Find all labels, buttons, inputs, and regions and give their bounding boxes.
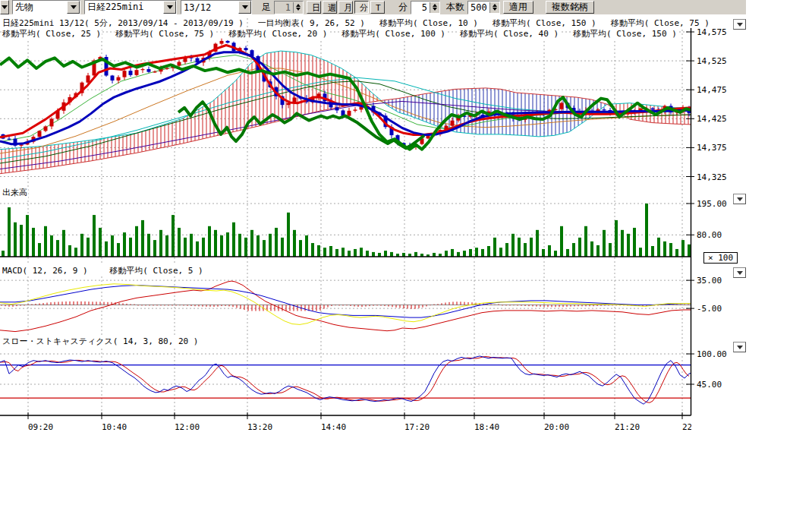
svg-text:20:00: 20:00: [544, 422, 569, 432]
bar-count-value: 500: [468, 2, 489, 13]
chevron-down-icon: [67, 1, 80, 14]
legend-item: 日経225mini 13/12( 5分, 2013/09/14 - 2013/0…: [2, 18, 244, 28]
legend-item: 移動平均( Close, 20 ): [228, 29, 328, 39]
macd-title-text: MACD( 12, 26, 9 ): [2, 266, 88, 276]
apply-button[interactable]: 適用: [503, 1, 533, 14]
stepper-arrows-icon[interactable]: [293, 2, 303, 13]
svg-text:35.00: 35.00: [697, 276, 722, 286]
svg-text:14,325: 14,325: [697, 172, 727, 182]
symbol-select[interactable]: 日経225mini: [84, 0, 177, 14]
partial-combo-button[interactable]: [0, 0, 9, 14]
chevron-down-icon: [737, 346, 743, 349]
x-axis-labels: 09:2010:4012:0013:2014:4017:2018:4020:00…: [28, 422, 707, 432]
minute-stepper[interactable]: 5: [411, 1, 440, 14]
period-tick-button[interactable]: T: [370, 1, 385, 14]
period-minute-button[interactable]: 分: [354, 1, 369, 14]
legend-item: 一目均衡表( 9, 26, 52 ): [257, 18, 366, 28]
indicator-legend-row1: 日経225mini 13/12( 5分, 2013/09/14 - 2013/0…: [2, 17, 723, 29]
trading-app-window: 14,57514,52514,47514,42514,37514,325195.…: [0, 0, 812, 524]
bar-type-label: 足: [262, 1, 271, 14]
svg-text:14,475: 14,475: [697, 85, 727, 95]
stepper-arrows-icon[interactable]: [430, 2, 439, 13]
chevron-down-icon: [737, 197, 743, 201]
svg-text:-5.00: -5.00: [697, 304, 722, 314]
volume-panel-dropdown-button[interactable]: [733, 194, 746, 204]
svg-text:100.00: 100.00: [697, 349, 727, 359]
contract-month-value: 13/12: [181, 2, 238, 13]
legend-item: 移動平均( Close, 150 ): [492, 18, 597, 28]
toolbar: 先物 日経225mini 13/12 足 1 日 週 月 分 T 分 5 本数 …: [0, 0, 746, 14]
chevron-down-icon: [737, 271, 743, 275]
bar-count-label: 本数: [446, 1, 464, 14]
chevron-down-icon: [2, 5, 8, 9]
svg-text:18:40: 18:40: [474, 422, 499, 432]
bar-interval-value: 1: [275, 2, 293, 13]
svg-text:45.00: 45.00: [697, 380, 722, 390]
macd-panel-dropdown-button[interactable]: [733, 267, 746, 278]
contract-month-select[interactable]: 13/12: [181, 0, 252, 14]
svg-text:14,375: 14,375: [697, 143, 727, 153]
legend-item: 移動平均( Close, 10 ): [379, 18, 479, 28]
stepper-arrows-icon[interactable]: [489, 2, 499, 13]
stochastics-layer: [0, 356, 691, 404]
volume-panel-title: 出来高: [2, 187, 28, 198]
svg-text:17:20: 17:20: [404, 422, 430, 432]
legend-item: 移動平均( Close, 100 ): [341, 29, 446, 39]
svg-text:09:20: 09:20: [28, 422, 53, 432]
svg-text:195.00: 195.00: [697, 199, 727, 209]
svg-text:22:40: 22:40: [682, 422, 707, 432]
legend-item: 移動平均( Close, 75 ): [610, 18, 710, 28]
volume-multiplier-badge: × 100: [703, 252, 738, 264]
macd-ma-title-text: 移動平均( Close, 5 ): [109, 266, 203, 276]
svg-text:14,425: 14,425: [697, 114, 727, 124]
chart-canvas[interactable]: 14,57514,52514,47514,42514,37514,325195.…: [0, 0, 812, 524]
svg-text:14:40: 14:40: [321, 422, 346, 432]
indicator-legend-row2: 移動平均( Close, 25 )移動平均( Close, 75 )移動平均( …: [2, 28, 691, 39]
svg-text:12:00: 12:00: [175, 422, 200, 432]
stoch-panel-dropdown-button[interactable]: [733, 342, 746, 352]
instrument-type-select[interactable]: 先物: [12, 0, 80, 14]
instrument-type-value: 先物: [13, 1, 67, 14]
svg-text:10:40: 10:40: [102, 422, 127, 432]
multi-symbol-button[interactable]: 複数銘柄: [546, 1, 594, 14]
volume-layer: [0, 204, 691, 257]
bar-interval-stepper[interactable]: 1: [274, 1, 304, 14]
stochastics-panel-title: スロー・ストキャスティクス( 14, 3, 80, 20 ): [2, 336, 199, 347]
svg-text:21:20: 21:20: [615, 422, 640, 432]
legend-item: 移動平均( Close, 25 ): [2, 29, 102, 39]
period-week-button[interactable]: 週: [323, 1, 337, 14]
svg-text:13:20: 13:20: [247, 422, 272, 432]
legend-item: 移動平均( Close, 40 ): [459, 29, 559, 39]
symbol-value: 日経225mini: [85, 1, 163, 14]
chevron-down-icon: [737, 23, 743, 27]
macd-layer: [0, 281, 691, 332]
price-panel-dropdown-button[interactable]: [733, 19, 746, 30]
legend-item: 移動平均( Close, 150 ): [572, 29, 678, 39]
minute-label: 分: [398, 1, 408, 14]
period-month-button[interactable]: 月: [338, 1, 353, 14]
svg-text:80.00: 80.00: [697, 230, 722, 240]
bar-count-stepper[interactable]: 500: [467, 1, 500, 14]
svg-text:14,525: 14,525: [697, 56, 727, 66]
macd-panel-title: MACD( 12, 26, 9 ) 移動平均( Close, 5 ): [2, 265, 204, 276]
candles-layer: [2, 39, 691, 150]
minute-value: 5: [411, 2, 430, 13]
period-day-button[interactable]: 日: [307, 1, 321, 14]
chevron-down-icon: [238, 1, 251, 14]
chevron-down-icon: [163, 1, 176, 14]
legend-item: 移動平均( Close, 75 ): [115, 29, 215, 39]
